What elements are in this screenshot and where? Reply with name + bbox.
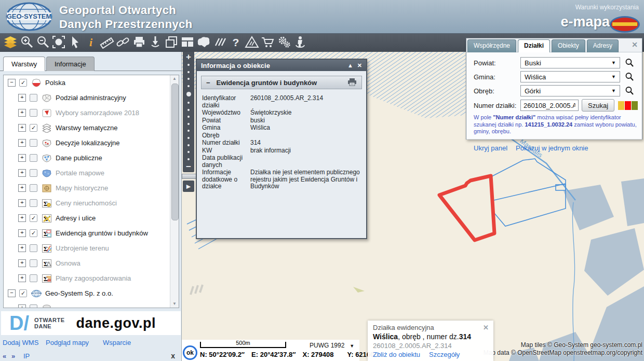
tree-item-mapy-historyczne[interactable]: +Mapy historyczne bbox=[4, 180, 179, 196]
layer-checkbox[interactable] bbox=[30, 94, 37, 102]
tool-print-button[interactable] bbox=[132, 36, 146, 50]
tree-item-ewidencja-grunt-w-i-budynk-w[interactable]: +✓ΣEwidencja gruntów i budynków bbox=[4, 226, 179, 241]
section-collapse-icon[interactable]: − bbox=[206, 79, 210, 87]
layer-checkbox[interactable] bbox=[30, 154, 37, 162]
tree-expander-icon[interactable]: − bbox=[8, 289, 16, 297]
zoom-level-dot[interactable] bbox=[187, 102, 190, 104]
tree-item-portale-mapowe[interactable]: +Portale mapowe bbox=[4, 165, 179, 180]
layer-checkbox[interactable] bbox=[30, 169, 37, 177]
zoom-level-dot[interactable] bbox=[187, 151, 190, 153]
tool-zoom-in-button[interactable] bbox=[19, 36, 33, 50]
zoom-out-button[interactable]: − bbox=[186, 162, 191, 172]
sidebar-close-icon[interactable]: x bbox=[171, 352, 175, 360]
ip-link[interactable]: IP bbox=[23, 352, 30, 360]
zoom-level-dot[interactable] bbox=[187, 71, 190, 73]
tree-expander-icon[interactable]: + bbox=[18, 124, 26, 132]
zoom-level-dot[interactable] bbox=[187, 78, 190, 80]
parcel-number-input[interactable] bbox=[520, 100, 579, 111]
layer-checkbox[interactable]: ✓ bbox=[30, 214, 37, 222]
tree-expander-icon[interactable]: + bbox=[18, 154, 26, 162]
color-swatch-1[interactable] bbox=[625, 101, 631, 110]
tool-parallel-lines-button[interactable] bbox=[212, 36, 226, 50]
zoom-level-dot[interactable] bbox=[187, 116, 190, 118]
tool-copy-view-button[interactable] bbox=[164, 36, 178, 50]
tree-expander-icon[interactable]: + bbox=[18, 274, 26, 282]
tree-expander-icon[interactable]: + bbox=[18, 94, 26, 102]
layer-checkbox[interactable]: ✓ bbox=[30, 229, 37, 237]
tab-wsp-rz-dne[interactable]: Współrzędne bbox=[467, 39, 516, 52]
layer-checkbox[interactable] bbox=[30, 139, 37, 147]
tree-item-item[interactable]: + bbox=[4, 301, 179, 308]
zoom-level-dot[interactable] bbox=[186, 92, 191, 96]
tool-download-pin-button[interactable] bbox=[148, 36, 162, 50]
tree-expander-icon[interactable]: + bbox=[18, 199, 26, 207]
crs-dropdown[interactable]: PUWG 1992▼ bbox=[310, 342, 354, 349]
tree-item-ceny-nieruchomo-ci[interactable]: +ΣCeny nieruchomości bbox=[4, 196, 179, 211]
tree-scrollbar[interactable]: ▲ ▼ bbox=[170, 75, 179, 308]
terms-link[interactable]: Warunki wykorzystania bbox=[575, 4, 639, 11]
tool-polygon-button[interactable] bbox=[196, 36, 210, 50]
layer-checkbox[interactable] bbox=[30, 274, 37, 282]
scrollbar-thumb[interactable] bbox=[171, 84, 179, 220]
close-icon[interactable]: ✕ bbox=[357, 62, 362, 69]
collapse-icon[interactable]: ▲ bbox=[347, 62, 353, 68]
tree-expander-icon[interactable]: + bbox=[18, 244, 26, 252]
scroll-up-icon[interactable]: ▲ bbox=[170, 75, 179, 82]
link-zbli-do-obiektu[interactable]: Zbliż do obiektu bbox=[373, 351, 420, 358]
obr-b-select[interactable]: Górki▼ bbox=[520, 85, 620, 96]
layer-checkbox[interactable] bbox=[30, 184, 37, 192]
tree-item-geo-system-sp-z-o-o[interactable]: −✓GEO-SYSTEMGeo-System Sp. z o.o. bbox=[4, 286, 179, 301]
tree-expander-icon[interactable]: + bbox=[18, 109, 26, 117]
egib-section-header[interactable]: − Ewidencja gruntów i budynków bbox=[201, 76, 362, 89]
tab-obiekty[interactable]: Obiekty bbox=[552, 39, 585, 52]
tool-link-button[interactable] bbox=[116, 36, 130, 50]
link-pokazuj-w-jednym-oknie[interactable]: Pokazuj w jednym oknie bbox=[516, 144, 588, 152]
zoom-level-dot[interactable] bbox=[187, 144, 190, 146]
link-podglad-mapy[interactable]: Podgląd mapy bbox=[46, 339, 89, 346]
tree-expander-icon[interactable]: + bbox=[18, 214, 26, 222]
tree-expander-icon[interactable]: + bbox=[18, 259, 26, 267]
tree-item-podzia-administracyjny[interactable]: +Podział administracyjny bbox=[4, 90, 179, 105]
link-dodaj-wms[interactable]: Dodaj WMS bbox=[3, 339, 38, 346]
zoom-level-dot[interactable] bbox=[187, 123, 190, 125]
tool-cart-button[interactable] bbox=[261, 36, 275, 50]
color-swatch-2[interactable] bbox=[632, 101, 638, 110]
tab-informacje[interactable]: Informacje bbox=[46, 57, 95, 71]
layer-checkbox[interactable] bbox=[30, 304, 37, 308]
tree-item-uzbrojenie-terenu[interactable]: +ΣUzbrojenie terenu bbox=[4, 241, 179, 256]
tool-pointer-button[interactable] bbox=[68, 36, 82, 50]
layer-checkbox[interactable] bbox=[30, 109, 37, 117]
tree-expander-icon[interactable]: + bbox=[18, 184, 26, 192]
tool-report-button[interactable] bbox=[245, 36, 259, 50]
print-icon[interactable] bbox=[347, 78, 357, 88]
tree-expander-icon[interactable]: − bbox=[8, 79, 16, 87]
search-icon[interactable] bbox=[625, 86, 634, 95]
tree-item-plany-zagospodarowania[interactable]: +ΣPlany zagospodarowania bbox=[4, 271, 179, 286]
tree-expander-icon[interactable]: + bbox=[18, 139, 26, 147]
tree-item-osnowa[interactable]: +ΣOsnowa bbox=[4, 256, 179, 271]
link-wsparcie[interactable]: Wsparcie bbox=[103, 339, 131, 346]
object-info-titlebar[interactable]: Informacja o obiekcie ▲ ✕ bbox=[197, 60, 366, 71]
tool-street-view-button[interactable] bbox=[293, 36, 307, 50]
powiat-select[interactable]: Buski▼ bbox=[520, 57, 620, 68]
search-button[interactable]: Szukaj bbox=[582, 99, 614, 112]
zoom-level-dot[interactable] bbox=[187, 64, 190, 66]
popup-close-icon[interactable]: ✕ bbox=[483, 324, 489, 331]
zoom-in-button[interactable]: + bbox=[186, 52, 191, 62]
layer-checkbox[interactable] bbox=[30, 259, 37, 267]
tool-zoom-out-button[interactable] bbox=[35, 36, 49, 50]
zoom-level-dot[interactable] bbox=[187, 85, 190, 87]
layer-checkbox[interactable] bbox=[30, 199, 37, 207]
tree-expander-icon[interactable]: + bbox=[18, 304, 26, 308]
zoom-level-dot[interactable] bbox=[187, 130, 190, 132]
dane-gov-banner[interactable]: D/ OTWARTE DANE dane.gov.pl bbox=[1, 311, 181, 335]
tree-expander-icon[interactable]: + bbox=[18, 229, 26, 237]
tree-item-dane-publiczne[interactable]: +Dane publiczne bbox=[4, 150, 179, 165]
search-icon[interactable] bbox=[625, 58, 634, 67]
tool-measure-button[interactable] bbox=[100, 36, 114, 50]
pager-prev-icon[interactable]: « bbox=[3, 352, 6, 360]
layer-checkbox[interactable]: ✓ bbox=[19, 79, 27, 87]
tab-adresy[interactable]: Adresy bbox=[587, 39, 619, 52]
zoom-level-dot[interactable] bbox=[187, 109, 190, 111]
search-close-icon[interactable]: ✕ bbox=[632, 40, 638, 49]
